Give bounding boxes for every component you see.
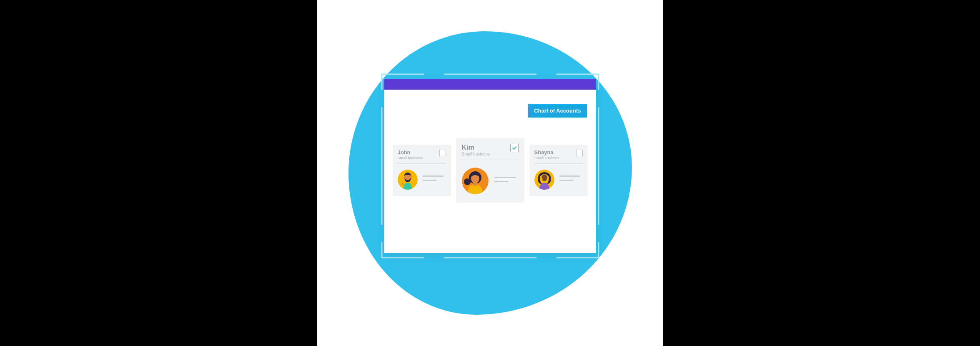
svg-point-6	[401, 183, 404, 185]
divider	[398, 163, 446, 164]
placeholder-lines	[559, 176, 583, 184]
placeholder-lines	[423, 176, 446, 184]
avatar-female-curly-icon	[534, 170, 554, 190]
placeholder-lines	[494, 177, 519, 185]
client-name: John	[398, 150, 439, 155]
svg-point-14	[540, 178, 542, 180]
client-name: Shayna	[534, 150, 576, 155]
window-titlebar	[384, 79, 596, 90]
chart-of-accounts-button[interactable]: Chart of Accounts	[528, 104, 586, 118]
client-subtitle: Small business	[398, 156, 439, 160]
svg-point-13	[541, 174, 547, 181]
client-name: Kim	[462, 144, 510, 151]
illustration-stage: Chart of Accounts John Small business	[317, 0, 663, 346]
avatar-female-bun-icon	[462, 168, 489, 194]
client-card-kim[interactable]: Kim Small business	[456, 138, 524, 203]
select-checkbox[interactable]	[439, 150, 446, 156]
client-card-shayna[interactable]: Shayna Small business	[529, 145, 588, 196]
avatar-male-beard-icon	[398, 170, 418, 190]
client-card-john[interactable]: John Small business	[393, 145, 451, 196]
select-checkbox[interactable]	[576, 150, 583, 156]
client-subtitle: Small business	[534, 156, 576, 160]
client-subtitle: Small business	[462, 152, 510, 156]
window-body: Chart of Accounts John Small business	[384, 90, 596, 253]
select-checkbox[interactable]	[510, 144, 519, 152]
divider	[534, 163, 583, 164]
svg-rect-11	[474, 183, 477, 186]
app-window: Chart of Accounts John Small business	[384, 79, 596, 253]
divider	[462, 160, 519, 160]
cards-row: John Small business	[384, 138, 596, 203]
